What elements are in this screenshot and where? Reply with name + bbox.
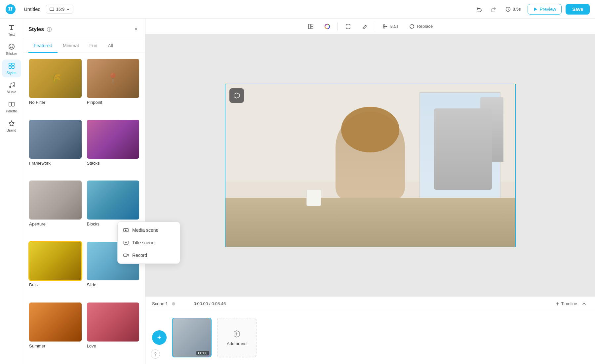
desk-surface: [225, 198, 515, 246]
svg-point-11: [13, 86, 14, 87]
tab-fun[interactable]: Fun: [84, 39, 102, 53]
sidebar-item-label: Styles: [7, 71, 17, 75]
add-brand-label: Add brand: [227, 341, 247, 346]
canvas-area: 8.5s Replace: [145, 19, 595, 364]
office-scene-bg: [225, 84, 515, 247]
svg-point-4: [10, 46, 11, 47]
svg-point-3: [9, 44, 14, 49]
save-button[interactable]: Save: [566, 4, 590, 15]
tab-minimal[interactable]: Minimal: [58, 39, 84, 53]
svg-rect-6: [9, 63, 11, 65]
style-thumb-no-filter: 🌾: [28, 58, 82, 99]
canvas-frame[interactable]: [225, 84, 516, 247]
svg-rect-16: [311, 24, 313, 26]
color-button[interactable]: [321, 21, 334, 31]
layout-button[interactable]: [304, 21, 317, 31]
style-item-love[interactable]: Love: [86, 302, 140, 359]
tab-all[interactable]: All: [102, 39, 118, 53]
style-label: Summer: [28, 344, 82, 348]
sidebar-item-label: Palette: [6, 109, 17, 113]
timeline-collapse-button[interactable]: [580, 300, 588, 308]
toolbar-divider: [337, 22, 338, 30]
style-label: Slide: [86, 282, 140, 287]
timeline-header: Scene 1 0:00.00 / 0:08.46: [145, 297, 595, 311]
person-head: [341, 107, 399, 152]
redo-button[interactable]: [488, 4, 499, 15]
svg-rect-9: [12, 66, 14, 68]
add-scene-button[interactable]: +: [152, 330, 167, 345]
style-label: Love: [86, 344, 140, 348]
svg-rect-7: [12, 63, 14, 65]
style-label: Buzz: [28, 282, 82, 287]
help-button[interactable]: ?: [151, 349, 160, 359]
timeline-toggle-button[interactable]: Timeline: [555, 301, 577, 306]
sidebar-item-text[interactable]: Text: [2, 21, 21, 39]
edit-button[interactable]: [358, 21, 371, 31]
style-item-buzz[interactable]: Buzz: [28, 241, 82, 298]
preview-button[interactable]: Preview: [528, 4, 562, 15]
style-item-no-filter[interactable]: 🌾 No Filter: [28, 58, 82, 115]
style-label: Pinpoint: [86, 100, 140, 105]
dropdown-item-label: Title scene: [132, 240, 154, 245]
styles-panel: Styles × Featured Minimal Fun All 🌾 No F…: [23, 19, 145, 364]
svg-point-5: [12, 46, 13, 47]
add-brand-button[interactable]: Add brand: [217, 318, 257, 357]
style-item-stacks[interactable]: Stacks: [86, 119, 140, 176]
style-label: Aperture: [28, 222, 82, 226]
expand-button[interactable]: [342, 21, 354, 31]
svg-rect-8: [9, 66, 11, 68]
doc-title[interactable]: Untitled: [24, 6, 41, 12]
sidebar-item-music[interactable]: Music: [2, 79, 21, 97]
svg-rect-13: [12, 102, 14, 106]
tab-featured[interactable]: Featured: [28, 39, 58, 53]
svg-rect-25: [124, 254, 127, 257]
sidebar-item-palette[interactable]: Palette: [2, 98, 21, 116]
styles-title: Styles: [28, 26, 52, 32]
canvas-badge[interactable]: [229, 88, 244, 103]
dropdown-item-title-scene[interactable]: Title scene: [118, 236, 180, 249]
text-icon: [8, 24, 15, 31]
style-label: No Filter: [28, 100, 82, 105]
svg-point-0: [6, 4, 16, 14]
office-monitor: [434, 108, 492, 190]
sidebar-item-sticker[interactable]: Sticker: [2, 40, 21, 58]
add-brand-icon: [232, 329, 241, 339]
canvas-badge-icon: [233, 92, 241, 100]
sidebar-item-styles[interactable]: Styles: [2, 60, 21, 77]
timeline-controls: Timeline: [555, 300, 588, 308]
svg-rect-15: [308, 24, 310, 29]
dropdown-item-record[interactable]: Record: [118, 249, 180, 262]
scene-thumbnail[interactable]: 00:08: [172, 318, 212, 357]
style-item-summer[interactable]: Summer: [28, 302, 82, 359]
vimeo-logo: [5, 4, 16, 15]
x-icon: [555, 302, 560, 306]
timeline-dot: [172, 302, 175, 305]
style-label: Framework: [28, 161, 82, 166]
topbar: Untitled 16:9 8.5s: [0, 0, 595, 19]
aspect-ratio-button[interactable]: 16:9: [46, 5, 73, 14]
dropdown-item-media-scene[interactable]: Media scene: [118, 224, 180, 236]
svg-rect-1: [50, 8, 54, 11]
redo-icon: [490, 6, 497, 13]
style-item-aperture[interactable]: Aperture: [28, 180, 82, 237]
scissors-button[interactable]: 8.5s: [379, 21, 402, 31]
canvas-viewport: [145, 34, 595, 296]
styles-header: Styles ×: [23, 19, 145, 39]
title-scene-icon: [123, 240, 129, 246]
svg-rect-17: [311, 27, 313, 29]
undo-button[interactable]: [474, 4, 484, 15]
timeline-content: + 00:08 Add brand: [145, 311, 595, 364]
timeline-area: Scene 1 0:00.00 / 0:08.46: [145, 296, 595, 364]
replace-button[interactable]: Replace: [406, 21, 436, 31]
styles-close-button[interactable]: ×: [132, 24, 140, 35]
chevron-up-icon: [582, 302, 586, 306]
sticker-icon: [8, 43, 15, 50]
timeline-label: Timeline: [561, 301, 577, 306]
style-item-pinpoint[interactable]: 📍 Pinpoint: [86, 58, 140, 115]
chevron-down-icon: [66, 8, 70, 11]
scene-time: 00:08: [196, 351, 209, 355]
style-item-framework[interactable]: Framework: [28, 119, 82, 176]
sidebar-item-brand[interactable]: Brand: [2, 117, 21, 135]
style-thumb-framework: [28, 119, 82, 159]
styles-grid: 🌾 No Filter 📍 Pinpoint Framework: [23, 53, 145, 364]
